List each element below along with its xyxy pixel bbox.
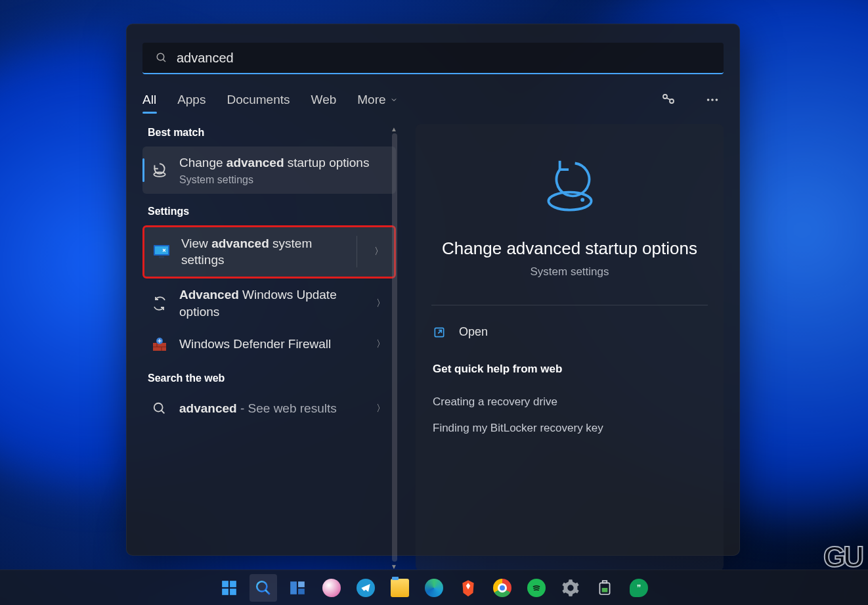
taskbar-task-view[interactable] <box>284 574 311 602</box>
divider <box>431 305 708 305</box>
result-view-advanced-system-settings[interactable]: View advanced system settings 〉 <box>142 225 396 279</box>
preview-pane: Change advanced startup options System s… <box>396 124 739 571</box>
preview-title: Change advanced startup options <box>431 238 708 259</box>
tab-documents[interactable]: Documents <box>227 93 290 107</box>
search-panel: All Apps Documents Web More Best match <box>126 24 740 556</box>
svg-rect-9 <box>155 246 168 254</box>
result-title: Windows Defender Firewall <box>179 336 362 353</box>
search-scope-icon[interactable] <box>657 88 680 112</box>
svg-point-0 <box>157 53 164 60</box>
preview-subtitle: System settings <box>431 265 708 279</box>
quick-link-bitlocker-key[interactable]: Finding my BitLocker recovery key <box>431 415 708 441</box>
result-title: Change advanced startup options <box>179 154 389 171</box>
svg-rect-28 <box>298 581 305 587</box>
preview-card: Change advanced startup options System s… <box>416 124 724 571</box>
section-settings: Settings <box>148 206 396 217</box>
taskbar-app-explorer[interactable] <box>386 574 414 602</box>
quick-help-header: Get quick help from web <box>433 363 708 376</box>
result-title: advanced - See web results <box>179 400 362 417</box>
search-box[interactable] <box>142 43 724 74</box>
open-action[interactable]: Open <box>431 323 708 342</box>
chevron-right-icon[interactable]: 〉 <box>372 338 389 350</box>
taskbar-app-hangouts[interactable]: ” <box>625 574 653 602</box>
svg-rect-21 <box>222 581 228 587</box>
open-label: Open <box>459 325 488 339</box>
svg-point-6 <box>716 99 718 101</box>
result-best-match[interactable]: Change advanced startup options System s… <box>142 146 396 194</box>
svg-rect-23 <box>222 589 228 595</box>
search-icon <box>150 401 169 416</box>
taskbar-app-spotify[interactable] <box>523 574 550 602</box>
chevron-right-icon[interactable]: 〉 <box>370 246 387 258</box>
svg-line-26 <box>265 590 270 594</box>
results-list: Best match Change advanced startup optio… <box>127 124 396 571</box>
result-advanced-windows-update[interactable]: Advanced Windows Update options 〉 <box>142 279 396 328</box>
svg-rect-32 <box>602 588 608 593</box>
section-search-web: Search the web <box>148 372 396 384</box>
firewall-icon <box>150 336 169 352</box>
taskbar-app-edge[interactable] <box>420 574 448 602</box>
svg-point-19 <box>580 198 584 202</box>
taskbar-battery-icon[interactable] <box>591 574 618 602</box>
scrollbar[interactable]: ▲ ▼ <box>389 124 399 571</box>
chevron-right-icon[interactable]: 〉 <box>372 298 389 309</box>
scroll-up-icon[interactable]: ▲ <box>389 124 399 133</box>
start-button[interactable] <box>215 574 243 602</box>
tab-all[interactable]: All <box>142 93 156 107</box>
recovery-icon <box>150 162 169 179</box>
taskbar-search-button[interactable] <box>250 574 277 602</box>
monitor-icon <box>152 244 171 259</box>
chevron-down-icon <box>390 96 398 104</box>
svg-rect-31 <box>603 581 607 583</box>
divider <box>357 236 357 267</box>
svg-point-25 <box>257 581 267 591</box>
search-input[interactable] <box>177 51 710 66</box>
tab-more[interactable]: More <box>357 93 397 107</box>
taskbar-app-brave[interactable] <box>454 574 482 602</box>
taskbar-app-snip[interactable] <box>318 574 345 602</box>
more-options-icon[interactable] <box>701 89 724 111</box>
tab-apps[interactable]: Apps <box>177 93 206 107</box>
result-subtitle: System settings <box>179 174 389 186</box>
svg-point-4 <box>707 99 710 101</box>
open-icon <box>433 326 446 339</box>
svg-point-7 <box>154 172 165 177</box>
svg-point-5 <box>711 99 714 101</box>
filter-tabs: All Apps Documents Web More <box>142 87 724 112</box>
section-best-match: Best match <box>148 127 396 139</box>
svg-point-16 <box>154 403 163 411</box>
result-search-web[interactable]: advanced - See web results 〉 <box>142 392 396 425</box>
svg-rect-27 <box>290 581 297 594</box>
svg-rect-24 <box>230 589 236 595</box>
svg-rect-22 <box>230 581 236 587</box>
svg-rect-10 <box>159 256 164 258</box>
taskbar: ” <box>0 570 868 605</box>
result-title: View advanced system settings <box>181 235 346 269</box>
tab-web[interactable]: Web <box>311 93 337 107</box>
result-title: Advanced Windows Update options <box>179 286 362 320</box>
scroll-thumb[interactable] <box>392 133 397 562</box>
svg-rect-29 <box>298 589 305 594</box>
taskbar-app-telegram[interactable] <box>352 574 380 602</box>
chevron-right-icon[interactable]: 〉 <box>372 403 389 415</box>
sync-icon <box>150 296 169 311</box>
result-windows-defender-firewall[interactable]: Windows Defender Firewall 〉 <box>142 328 396 361</box>
watermark-logo: GU <box>823 541 861 573</box>
tab-more-label: More <box>357 93 385 107</box>
quick-link-recovery-drive[interactable]: Creating a recovery drive <box>431 389 708 415</box>
taskbar-app-settings[interactable] <box>557 574 584 602</box>
recovery-icon <box>431 156 708 219</box>
svg-line-1 <box>163 59 165 62</box>
search-icon <box>156 52 167 64</box>
taskbar-app-chrome[interactable] <box>488 574 516 602</box>
svg-line-17 <box>162 410 165 413</box>
